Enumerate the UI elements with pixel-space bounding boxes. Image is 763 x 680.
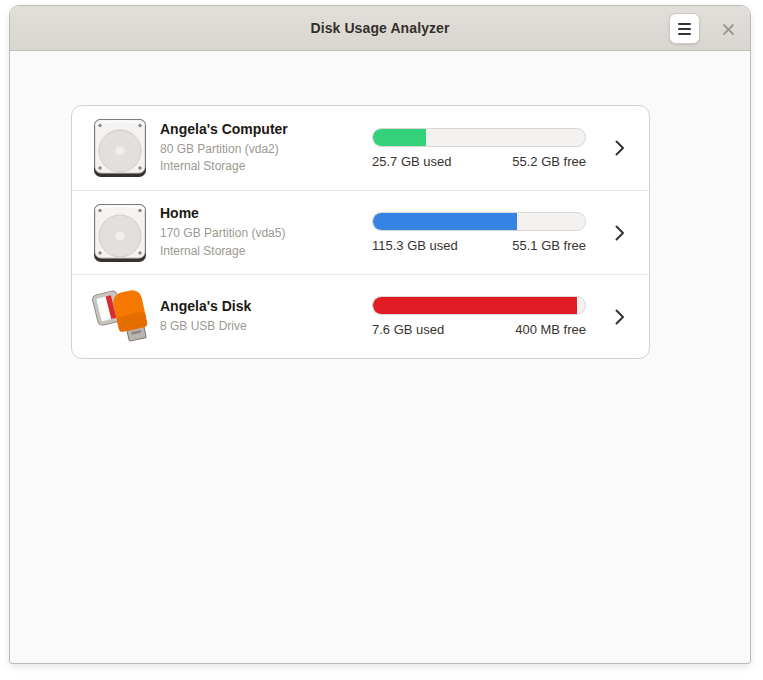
device-info: Home 170 GB Partition (vda5) Internal St… xyxy=(160,205,350,260)
chevron-right-icon xyxy=(615,140,625,156)
hard-disk-icon xyxy=(88,116,152,180)
free-label: 55.1 GB free xyxy=(512,238,586,253)
device-row-home[interactable]: Home 170 GB Partition (vda5) Internal St… xyxy=(72,190,649,274)
free-label: 55.2 GB free xyxy=(512,154,586,169)
usage-bar-track xyxy=(372,212,586,231)
close-window-button[interactable] xyxy=(714,15,742,43)
chevron-right-icon xyxy=(615,309,625,325)
device-drive-type-label: 8 GB USB Drive xyxy=(160,318,350,335)
used-label: 7.6 GB used xyxy=(372,322,444,337)
usb-drive-icon xyxy=(88,285,152,349)
device-storage-type-label: Internal Storage xyxy=(160,243,350,260)
headerbar: Disk Usage Analyzer xyxy=(10,6,750,51)
device-row-angelas-disk[interactable]: Angela's Disk 8 GB USB Drive 7.6 GB used… xyxy=(72,274,649,358)
used-label: 25.7 GB used xyxy=(372,154,452,169)
usage-bar-fill xyxy=(373,297,577,314)
usage-bar-fill xyxy=(373,213,517,230)
close-icon xyxy=(722,23,735,36)
usage-bar-block: 7.6 GB used 400 MB free xyxy=(372,296,586,337)
device-storage-type-label: Internal Storage xyxy=(160,158,350,175)
device-name: Angela's Computer xyxy=(160,121,350,137)
usage-bar-fill xyxy=(373,129,426,146)
hard-disk-icon xyxy=(88,201,152,265)
usage-bar-block: 25.7 GB used 55.2 GB free xyxy=(372,128,586,169)
used-label: 115.3 GB used xyxy=(372,238,458,253)
device-partition-label: 170 GB Partition (vda5) xyxy=(160,225,350,242)
app-window: Disk Usage Analyzer Angela's Computer xyxy=(9,5,751,664)
primary-menu-button[interactable] xyxy=(669,13,700,44)
usage-bar-track xyxy=(372,128,586,147)
device-row-angelas-computer[interactable]: Angela's Computer 80 GB Partition (vda2)… xyxy=(72,106,649,190)
device-info: Angela's Disk 8 GB USB Drive xyxy=(160,298,350,335)
device-name: Angela's Disk xyxy=(160,298,350,314)
chevron-right-icon xyxy=(615,225,625,241)
usage-bar-track xyxy=(372,296,586,315)
device-list: Angela's Computer 80 GB Partition (vda2)… xyxy=(71,105,650,359)
usage-bar-block: 115.3 GB used 55.1 GB free xyxy=(372,212,586,253)
free-label: 400 MB free xyxy=(515,322,586,337)
content-area: Angela's Computer 80 GB Partition (vda2)… xyxy=(10,51,750,359)
device-name: Home xyxy=(160,205,350,221)
hamburger-icon xyxy=(678,23,691,35)
device-partition-label: 80 GB Partition (vda2) xyxy=(160,141,350,158)
window-title: Disk Usage Analyzer xyxy=(310,20,449,36)
device-info: Angela's Computer 80 GB Partition (vda2)… xyxy=(160,121,350,176)
